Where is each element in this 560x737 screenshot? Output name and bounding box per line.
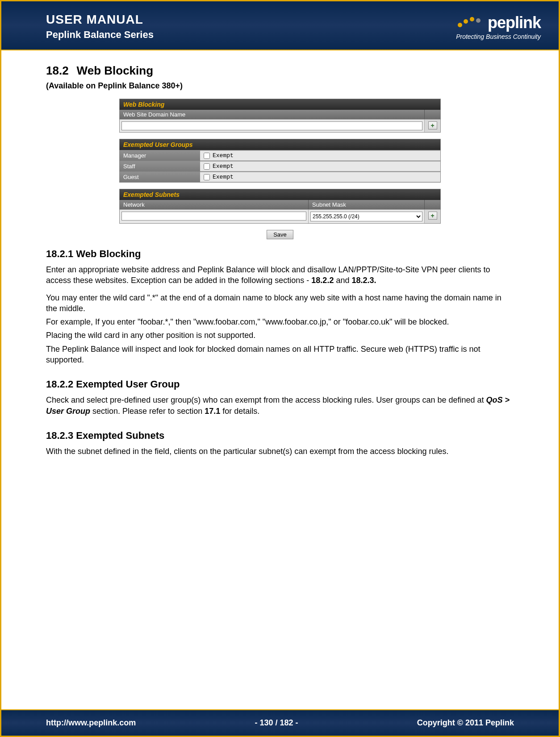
logo-dots-icon bbox=[456, 15, 482, 30]
paragraph: The Peplink Balance will inspect and loo… bbox=[46, 344, 514, 366]
group-name: Manager bbox=[120, 150, 200, 161]
brand-tagline: Protecting Business Continuity bbox=[456, 33, 541, 40]
page-content: 18.2Web Blocking (Available on Peplink B… bbox=[1, 50, 559, 477]
paragraph: You may enter the wild card ".*" at the … bbox=[46, 292, 514, 314]
exempt-checkbox-manager[interactable] bbox=[204, 153, 210, 159]
section-title: Web Blocking bbox=[77, 64, 153, 77]
config-panels: Web Blocking Web Site Domain Name + bbox=[119, 99, 441, 239]
section-availability: (Available on Peplink Balance 380+) bbox=[46, 81, 514, 91]
footer-copyright: Copyright © 2011 Peplink bbox=[417, 718, 514, 728]
panel-title: Exempted User Groups bbox=[120, 139, 440, 150]
paragraph: For example, If you enter "foobar.*," th… bbox=[46, 316, 514, 327]
section-heading: 18.2Web Blocking bbox=[46, 64, 514, 78]
svg-point-2 bbox=[470, 17, 474, 21]
group-name: Staff bbox=[120, 161, 200, 171]
col-domain-name: Web Site Domain Name bbox=[120, 110, 424, 119]
brand-name: peplink bbox=[488, 13, 541, 32]
save-row: Save bbox=[119, 230, 441, 239]
page-footer: http://www.peplink.com - 130 / 182 - Cop… bbox=[1, 709, 559, 736]
subnet-input-row: 255.255.255.0 (/24) + bbox=[120, 209, 440, 223]
svg-point-1 bbox=[464, 19, 468, 24]
paragraph: With the subnet defined in the field, cl… bbox=[46, 446, 514, 457]
plus-icon: + bbox=[430, 122, 434, 129]
panel-title: Web Blocking bbox=[120, 99, 440, 110]
subnet-mask-select[interactable]: 255.255.255.0 (/24) bbox=[310, 212, 422, 221]
exempt-label: Exempt bbox=[213, 174, 234, 180]
manual-title: USER MANUAL bbox=[46, 12, 154, 27]
brand-logo: peplink Protecting Business Continuity bbox=[456, 13, 541, 40]
plus-icon: + bbox=[430, 212, 434, 219]
header-titles: USER MANUAL Peplink Balance Series bbox=[46, 12, 154, 41]
panel-web-blocking: Web Blocking Web Site Domain Name + bbox=[119, 99, 441, 133]
domain-input-row: + bbox=[120, 119, 440, 132]
panel-exempted-groups: Exempted User Groups Manager Exempt Staf… bbox=[119, 139, 441, 183]
manual-subtitle: Peplink Balance Series bbox=[46, 29, 154, 41]
domain-input[interactable] bbox=[121, 121, 422, 130]
subsection-heading-2: 18.2.2 Exempted User Group bbox=[46, 379, 514, 390]
exempt-label: Exempt bbox=[213, 152, 234, 159]
panel-exempted-subnets: Exempted Subnets Network Subnet Mask 255… bbox=[119, 189, 441, 224]
col-network: Network bbox=[120, 200, 308, 209]
footer-page-number: - 130 / 182 - bbox=[255, 718, 298, 728]
col-subnet-mask: Subnet Mask bbox=[308, 200, 424, 209]
exempt-checkbox-guest[interactable] bbox=[204, 174, 210, 180]
svg-point-3 bbox=[476, 18, 481, 23]
network-input[interactable] bbox=[121, 212, 306, 221]
col-action bbox=[424, 110, 440, 119]
add-domain-button[interactable]: + bbox=[428, 121, 437, 129]
subsection-heading-3: 18.2.3 Exempted Subnets bbox=[46, 430, 514, 441]
save-button[interactable]: Save bbox=[267, 230, 293, 239]
add-subnet-button[interactable]: + bbox=[428, 212, 437, 220]
col-action bbox=[424, 200, 440, 209]
page-header: USER MANUAL Peplink Balance Series pepli… bbox=[1, 1, 559, 50]
exempt-checkbox-staff[interactable] bbox=[204, 163, 210, 170]
exempt-label: Exempt bbox=[213, 163, 234, 170]
page: USER MANUAL Peplink Balance Series pepli… bbox=[0, 0, 560, 737]
group-row-guest: Guest Exempt bbox=[120, 171, 440, 182]
section-number: 18.2 bbox=[46, 64, 69, 78]
group-row-manager: Manager Exempt bbox=[120, 150, 440, 161]
panel-columns: Network Subnet Mask bbox=[120, 200, 440, 209]
paragraph: Check and select pre-defined user group(… bbox=[46, 395, 514, 416]
group-name: Guest bbox=[120, 172, 200, 182]
panel-title: Exempted Subnets bbox=[120, 189, 440, 200]
group-row-staff: Staff Exempt bbox=[120, 161, 440, 171]
paragraph: Placing the wild card in any other posit… bbox=[46, 330, 514, 341]
paragraph: Enter an appropriate website address and… bbox=[46, 264, 514, 286]
footer-url: http://www.peplink.com bbox=[46, 718, 136, 728]
subsection-heading-1: 18.2.1 Web Blocking bbox=[46, 248, 514, 260]
panel-columns: Web Site Domain Name bbox=[120, 110, 440, 119]
svg-point-0 bbox=[458, 23, 462, 27]
